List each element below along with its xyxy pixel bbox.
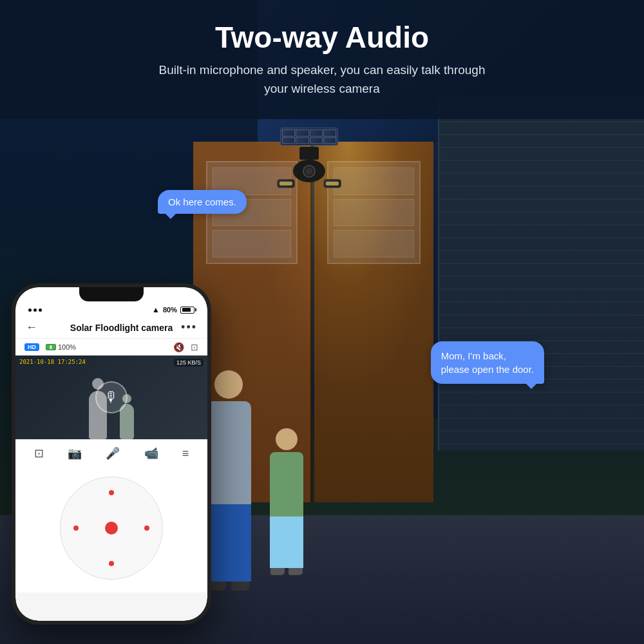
phone-mockup: ▲ 80% ← Solar Floodlight camera ••• HD ▮… (12, 283, 211, 625)
phone-notch (79, 287, 144, 301)
wall-right (438, 97, 644, 451)
battery-icon: ▮ (46, 344, 56, 350)
page-title: Two-way Audio (215, 21, 429, 54)
floodlight-left (277, 179, 295, 188)
nav-menu-button[interactable]: ••• (181, 321, 197, 334)
nav-title: Solar Floodlight camera (43, 323, 200, 333)
camera-mount (299, 147, 319, 160)
battery-bar (180, 307, 194, 314)
joystick[interactable] (60, 477, 163, 580)
child-pants (270, 516, 303, 568)
camera-controls-bar: HD ▮ 100% 🔇 ⊡ (15, 339, 207, 355)
person-child (264, 428, 309, 583)
subtitle: Built-in microphone and speaker, you can… (159, 61, 486, 98)
mute-button[interactable]: 🔇 (173, 342, 184, 352)
video-feed: 2021-10-18 17:25:24 125 KB/S 🎙 (15, 355, 207, 439)
video-record-button[interactable]: 📹 (144, 446, 158, 460)
frame-button[interactable]: ⊡ (34, 446, 44, 460)
speech-bubble-left: Ok here comes. (158, 190, 247, 214)
settings-button[interactable]: ≡ (182, 447, 189, 460)
back-button[interactable]: ← (26, 321, 37, 334)
battery-level: 100% (58, 343, 76, 351)
fullscreen-button[interactable]: ⊡ (191, 342, 198, 352)
app-nav: ← Solar Floodlight camera ••• (15, 317, 207, 339)
people-scene (200, 370, 309, 583)
joystick-right[interactable] (144, 526, 149, 531)
adult-pants (206, 504, 251, 582)
battery-percentage: 80% (163, 306, 177, 314)
child-head (276, 428, 298, 450)
adult-head (214, 370, 243, 399)
joystick-left[interactable] (73, 526, 79, 531)
mic-overlay-button[interactable]: 🎙 (95, 381, 128, 413)
header-section: Two-way Audio Built-in microphone and sp… (0, 0, 644, 119)
floodlight-right (323, 179, 341, 188)
speech-bubble-right: Mom, I'm back,please open the door. (431, 341, 544, 384)
snapshot-button[interactable]: 📷 (68, 446, 82, 460)
bottom-toolbar: ⊡ 📷 🎤 📹 ≡ (15, 439, 207, 467)
solar-panel (280, 128, 338, 146)
mic-button[interactable]: 🎤 (106, 446, 120, 460)
battery-fill (182, 308, 191, 312)
status-right: ▲ 80% (152, 305, 194, 314)
camera-lens (303, 165, 316, 178)
solar-camera (277, 128, 341, 188)
camera-body (293, 160, 325, 182)
door-right (314, 142, 433, 502)
joystick-down[interactable] (109, 561, 114, 566)
child-shoes (264, 568, 309, 575)
phone-screen: ▲ 80% ← Solar Floodlight camera ••• HD ▮… (15, 287, 207, 621)
joystick-center[interactable] (105, 522, 118, 535)
signal-dots (28, 308, 42, 312)
battery-indicator: ▮ 100% (46, 343, 76, 351)
wifi-icon: ▲ (152, 305, 160, 314)
adult-body (206, 401, 251, 504)
hd-badge: HD (24, 343, 39, 351)
child-body (270, 452, 303, 516)
joystick-area (15, 467, 207, 592)
joystick-up[interactable] (109, 490, 114, 495)
